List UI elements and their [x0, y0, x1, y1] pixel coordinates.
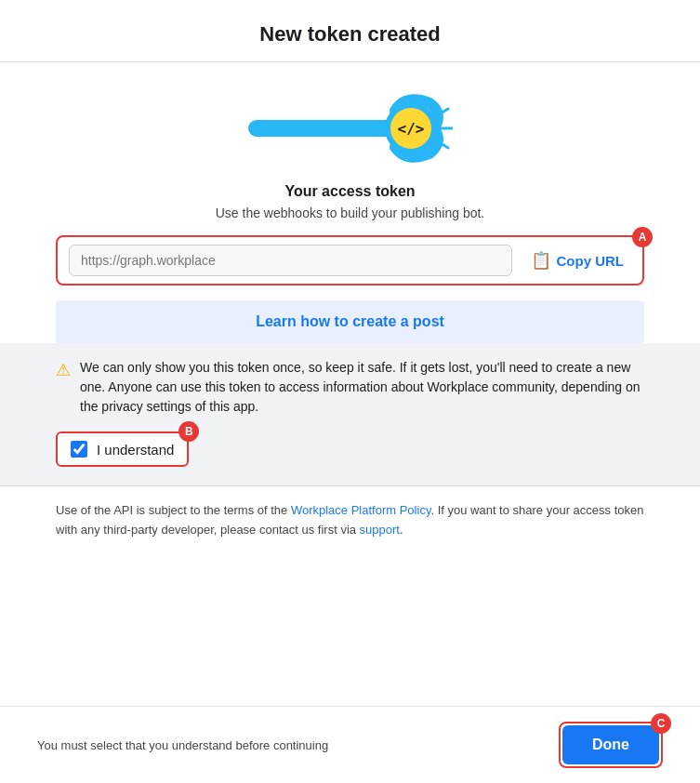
policy-link[interactable]: Workplace Platform Policy	[291, 503, 431, 517]
checkbox-container: I understand B	[56, 431, 189, 467]
done-button-border: Done C	[559, 722, 663, 768]
svg-text:</>: </>	[397, 120, 424, 138]
page-container: New token created </> Your access token …	[0, 0, 700, 783]
copy-url-button[interactable]: 📋 Copy URL	[523, 246, 632, 274]
badge-b: B	[178, 421, 199, 442]
checkbox-label[interactable]: I understand	[97, 442, 174, 458]
learn-how-link[interactable]: Learn how to create a post	[256, 313, 444, 329]
token-title: Your access token	[56, 183, 644, 200]
token-illustration: </>	[248, 85, 453, 168]
token-subtitle: Use the webhooks to build your publishin…	[56, 206, 644, 220]
checkbox-wrapper: I understand	[56, 431, 189, 467]
policy-text-end: .	[400, 523, 403, 537]
copy-url-label: Copy URL	[557, 253, 625, 269]
footer-warning-text: You must select that you understand befo…	[37, 738, 328, 752]
support-link[interactable]: support	[360, 523, 400, 537]
header: New token created	[0, 0, 700, 62]
warning-content: ⚠ We can only show you this token once, …	[56, 358, 644, 417]
badge-a: A	[632, 227, 653, 247]
copy-icon: 📋	[531, 250, 551, 271]
warning-section: ⚠ We can only show you this token once, …	[0, 343, 700, 485]
url-input[interactable]	[69, 245, 512, 276]
understand-checkbox[interactable]	[71, 441, 87, 458]
url-box: 📋 Copy URL A	[56, 235, 644, 285]
svg-rect-0	[248, 120, 406, 137]
illustration-area: </>	[0, 62, 700, 183]
footer: You must select that you understand befo…	[0, 706, 700, 783]
learn-banner: Learn how to create a post	[56, 300, 644, 343]
policy-text-before: Use of the API is subject to the terms o…	[56, 503, 291, 517]
badge-c: C	[651, 713, 671, 734]
token-section: Your access token Use the webhooks to bu…	[0, 183, 700, 300]
done-button[interactable]: Done	[562, 725, 659, 764]
page-title: New token created	[37, 22, 663, 46]
warning-icon: ⚠	[56, 360, 71, 380]
policy-section: Use of the API is subject to the terms o…	[0, 486, 700, 555]
warning-text: We can only show you this token once, so…	[80, 358, 644, 417]
